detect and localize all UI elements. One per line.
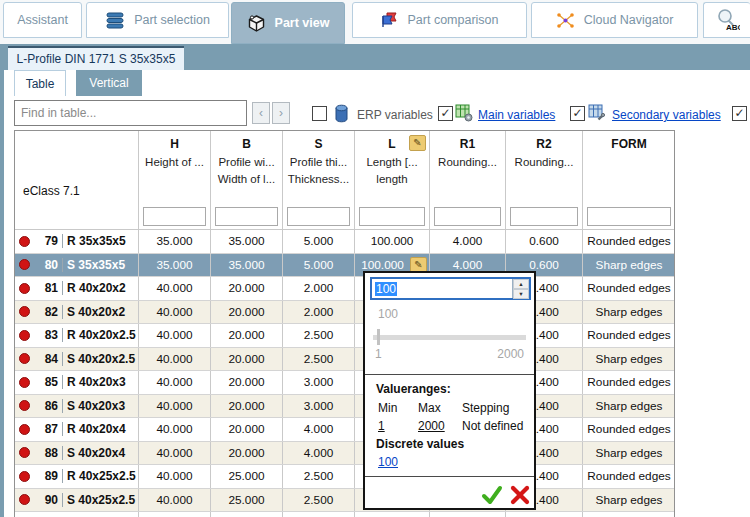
column-key: R1 — [430, 137, 505, 151]
column-header-B[interactable]: BProfile wi...Width of l... — [211, 131, 283, 204]
table-row[interactable]: 89R 40x25x2.540.00025.0002.5000.400Round… — [15, 465, 674, 489]
tab-part-comparison[interactable]: Part comparison — [352, 2, 527, 38]
row-label-cell: 82S 40x20x2 — [15, 301, 139, 324]
row-label-cell: 83R 40x20x2.5 — [15, 324, 139, 347]
cell-FORM: Rounded edges — [583, 371, 675, 394]
tab-part-view[interactable]: Part view — [231, 2, 345, 44]
filter-input-L[interactable] — [359, 207, 425, 226]
main-tab-bar: Assistant Part selection Part view — [0, 0, 750, 44]
filter-input-B[interactable] — [215, 207, 278, 226]
table-toolbar: ‹ › ERP variables Main variables Seconda… — [0, 98, 750, 130]
find-previous-button[interactable]: ‹ — [252, 102, 270, 124]
row-name: S 40x20x2 — [62, 305, 125, 319]
table-row[interactable]: 85R 40x20x340.00020.0003.0000.400Rounded… — [15, 371, 674, 395]
filter-input-S[interactable] — [287, 207, 350, 226]
find-next-button[interactable]: › — [272, 102, 290, 124]
cell-H: 40.000 — [139, 371, 211, 394]
main-variables-link[interactable]: Main variables — [478, 108, 555, 122]
part-view-window: Assistant Part selection Part view — [0, 0, 750, 517]
row-name: S 40x20x4 — [62, 446, 125, 460]
table-row[interactable]: 84S 40x20x2.540.00020.0002.5000.400Sharp… — [15, 348, 674, 372]
status-dot-icon — [19, 424, 30, 435]
cell-B: 35.000 — [211, 254, 283, 277]
column-header-R1[interactable]: R1Rounding... — [430, 131, 506, 204]
find-in-table-input[interactable] — [14, 100, 247, 126]
cell-empty — [430, 512, 506, 517]
spinner-up-button[interactable]: ▲ — [513, 279, 529, 289]
secondary-variables-link[interactable]: Secondary variables — [612, 108, 721, 122]
cell-H: 40.000 — [139, 395, 211, 418]
tab-cloud-navigator[interactable]: Cloud Navigator — [531, 2, 698, 38]
cell-empty — [139, 512, 211, 517]
extra-variables-checkbox[interactable] — [732, 106, 747, 121]
cell-H: 35.000 — [139, 230, 211, 253]
main-variables-checkbox[interactable] — [438, 106, 453, 121]
cell-S: 3.000 — [283, 371, 355, 394]
table-row[interactable]: 81R 40x20x240.00020.0002.0000.400Rounded… — [15, 277, 674, 301]
max-value-link[interactable]: 2000 — [418, 419, 445, 433]
value-spinner: ▲ ▼ — [512, 279, 529, 298]
max-label: Max — [418, 401, 441, 415]
tab-table-view[interactable]: Table — [14, 70, 66, 96]
cell-R1: 4.000 — [430, 230, 506, 253]
tab-part-selection[interactable]: Part selection — [86, 2, 229, 38]
cell-S: 4.000 — [283, 418, 355, 441]
tab-text-search[interactable]: ABC — [703, 2, 750, 38]
table-row[interactable]: 88S 40x20x440.00020.0004.0000.400Sharp e… — [15, 442, 674, 466]
cell-S: 2.500 — [283, 348, 355, 371]
table-row[interactable]: 90S 40x25x2.540.00025.0002.5000.400Sharp… — [15, 489, 674, 513]
filter-input-R2[interactable] — [510, 207, 578, 226]
network-icon — [556, 11, 575, 30]
column-header-R2[interactable]: R2Rounding... — [506, 131, 583, 204]
spinner-down-button[interactable]: ▼ — [513, 289, 529, 299]
edit-column-pencil-icon[interactable]: ✎ — [409, 135, 426, 151]
cell-S: 2.000 — [283, 301, 355, 324]
table-row[interactable]: 80S 35x35x535.00035.0005.000100.000✎4.00… — [15, 254, 674, 278]
column-key: R2 — [506, 137, 582, 151]
status-dot-icon — [19, 283, 30, 294]
column-header-S[interactable]: SProfile thi...Thickness... — [283, 131, 355, 204]
cell-B: 20.000 — [211, 277, 283, 300]
cell-empty — [355, 512, 430, 517]
filter-input-FORM[interactable] — [587, 207, 671, 226]
row-number: 87 — [30, 422, 58, 436]
column-header-FORM[interactable]: FORM — [583, 131, 675, 204]
cell-H: 40.000 — [139, 277, 211, 300]
column-subtitle: Rounding... — [506, 156, 582, 168]
document-tab[interactable]: L-Profile DIN 1771 S 35x35x5 — [8, 46, 184, 70]
cancel-x-icon[interactable] — [509, 484, 531, 506]
tab-vertical-view[interactable]: Vertical — [76, 70, 142, 96]
tab-assistant[interactable]: Assistant — [3, 2, 82, 38]
filter-input-H[interactable] — [143, 207, 206, 226]
cell-S: 2.500 — [283, 489, 355, 512]
cell-FORM: Rounded edges — [583, 230, 675, 253]
valueranges-title: Valueranges: — [376, 382, 451, 396]
min-value-link[interactable]: 1 — [378, 419, 385, 433]
slider-handle[interactable] — [377, 329, 380, 345]
status-dot-icon — [19, 353, 30, 364]
table-row[interactable]: 83R 40x20x2.540.00020.0002.5000.400Round… — [15, 324, 674, 348]
table-row[interactable]: 79R 35x35x535.00035.0005.000100.0004.000… — [15, 230, 674, 254]
svg-text:ABC: ABC — [726, 23, 740, 32]
row-number: 81 — [30, 281, 58, 295]
table-row[interactable]: 86S 40x20x340.00020.0003.0000.400Sharp e… — [15, 395, 674, 419]
value-input[interactable]: 100 ▲ ▼ — [370, 277, 531, 300]
cell-H: 40.000 — [139, 465, 211, 488]
filter-input-R1[interactable] — [434, 207, 501, 226]
value-slider[interactable] — [373, 335, 526, 340]
column-key: B — [211, 137, 282, 151]
erp-variables-checkbox[interactable] — [312, 106, 327, 121]
cell-empty — [283, 512, 355, 517]
table-row[interactable]: 87R 40x20x440.00020.0004.0000.400Rounded… — [15, 418, 674, 442]
column-key: S — [283, 137, 354, 151]
column-subtitle: Thickness... — [283, 173, 354, 185]
column-header-L[interactable]: LLength [...length✎ — [355, 131, 430, 204]
row-label-cell: 80S 35x35x5 — [15, 254, 139, 277]
confirm-check-icon[interactable] — [481, 484, 503, 506]
cell-empty — [583, 512, 675, 517]
column-header-H[interactable]: HHeight of ... — [139, 131, 211, 204]
discrete-value-link[interactable]: 100 — [378, 455, 398, 469]
table-row[interactable]: 82S 40x20x240.00020.0002.0000.400Sharp e… — [15, 301, 674, 325]
cell-H: 40.000 — [139, 301, 211, 324]
secondary-variables-checkbox[interactable] — [570, 106, 585, 121]
